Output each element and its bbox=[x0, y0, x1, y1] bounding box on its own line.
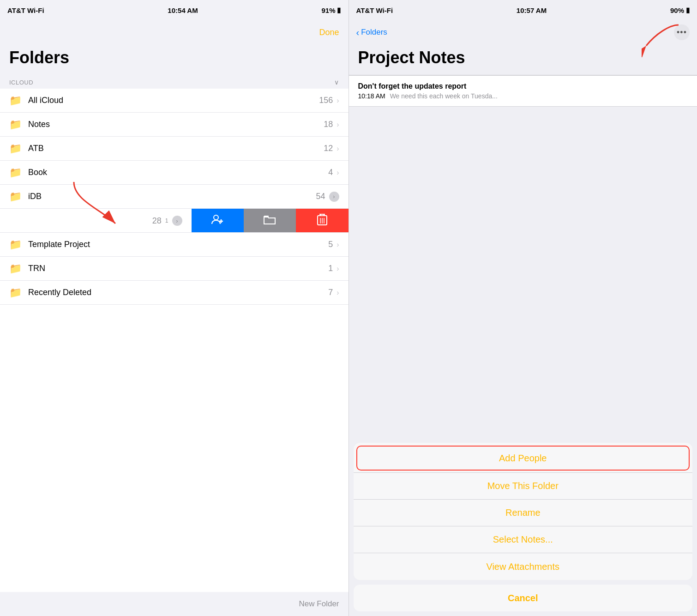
delete-swipe-button[interactable] bbox=[296, 209, 348, 233]
rename-label: Rename bbox=[505, 507, 541, 518]
folder-icon: 📁 bbox=[9, 191, 22, 203]
done-button[interactable]: Done bbox=[319, 28, 339, 37]
action-sheet-main: Add People Move This Folder Rename Selec… bbox=[354, 443, 693, 580]
folder-chevron-circle: › bbox=[172, 216, 182, 226]
carrier-left: AT&T Wi-Fi bbox=[7, 6, 44, 14]
battery-right: 90% ▮ bbox=[670, 6, 690, 14]
folder-name: iDB bbox=[28, 192, 316, 201]
folder-chevron: › bbox=[336, 289, 339, 297]
note-snippet: We need this each week on Tuesda... bbox=[390, 92, 498, 100]
folder-chevron-circle: › bbox=[329, 192, 339, 202]
folder-chevron: › bbox=[336, 241, 339, 249]
folder-move-icon bbox=[263, 214, 276, 228]
folder-count: 156 bbox=[319, 96, 333, 105]
new-folder-button[interactable]: New Folder bbox=[299, 599, 339, 609]
folder-name: MUO bbox=[0, 216, 152, 226]
folder-count: 28 bbox=[152, 216, 162, 226]
cancel-label: Cancel bbox=[508, 593, 538, 604]
trash-icon bbox=[317, 213, 327, 228]
folder-name: TRN bbox=[28, 264, 328, 273]
new-folder-bar: New Folder bbox=[0, 592, 348, 616]
folder-item-template-project[interactable]: 📁 Template Project 5 › bbox=[0, 233, 348, 257]
swipe-row-label: 1 bbox=[165, 217, 168, 224]
status-bar-left: AT&T Wi-Fi 10:54 AM 91% ▮ bbox=[0, 0, 348, 20]
folder-icon: 📁 bbox=[9, 119, 22, 131]
rename-action[interactable]: Rename bbox=[354, 500, 693, 526]
carrier-right: AT&T Wi-Fi bbox=[356, 6, 393, 14]
folder-item-idb[interactable]: 📁 iDB 54 › bbox=[0, 185, 348, 209]
folder-name: All iCloud bbox=[28, 96, 319, 105]
swipe-action-buttons bbox=[192, 209, 348, 233]
folder-item-atb[interactable]: 📁 ATB 12 › bbox=[0, 137, 348, 161]
folder-item-book[interactable]: 📁 Book 4 › bbox=[0, 161, 348, 185]
folder-count: 18 bbox=[324, 120, 333, 129]
note-meta: 10:18 AM We need this each week on Tuesd… bbox=[358, 92, 688, 100]
folder-item-muo[interactable]: 📁 MUO 28 1 › bbox=[0, 209, 348, 233]
select-notes-label: Select Notes... bbox=[493, 534, 553, 545]
move-this-folder-label: Move This Folder bbox=[487, 481, 559, 491]
time-right: 10:57 AM bbox=[517, 6, 547, 14]
back-label: Folders bbox=[361, 28, 387, 37]
folder-icon: 📁 bbox=[9, 167, 22, 179]
folder-item-notes[interactable]: 📁 Notes 18 › bbox=[0, 113, 348, 137]
folder-item-trn[interactable]: 📁 TRN 1 › bbox=[0, 257, 348, 281]
folder-name: Notes bbox=[28, 120, 324, 129]
folder-count: 12 bbox=[324, 144, 333, 153]
nav-bar-left: Done bbox=[0, 20, 348, 44]
move-folder-swipe-button[interactable] bbox=[244, 209, 296, 233]
folder-list: 📁 All iCloud 156 › 📁 Notes 18 › 📁 ATB 12… bbox=[0, 89, 348, 592]
add-people-label: Add People bbox=[499, 453, 547, 464]
folders-title: Folders bbox=[9, 48, 339, 67]
svg-point-0 bbox=[214, 215, 218, 220]
folder-name: Book bbox=[28, 168, 328, 177]
note-time: 10:18 AM bbox=[358, 92, 385, 100]
icloud-chevron[interactable]: ∨ bbox=[334, 79, 339, 86]
select-notes-action[interactable]: Select Notes... bbox=[354, 526, 693, 553]
battery-left: 91% ▮ bbox=[321, 6, 341, 14]
folder-chevron: › bbox=[336, 145, 339, 153]
folder-icon: 📁 bbox=[9, 287, 22, 299]
add-people-action[interactable]: Add People bbox=[356, 446, 690, 471]
right-panel: AT&T Wi-Fi 10:57 AM 90% ▮ ‹ Folders ••• … bbox=[349, 0, 697, 616]
view-attachments-action[interactable]: View Attachments bbox=[354, 553, 693, 580]
status-bar-right: AT&T Wi-Fi 10:57 AM 90% ▮ bbox=[349, 0, 697, 20]
nav-bar-right: ‹ Folders ••• bbox=[349, 20, 697, 44]
add-person-icon bbox=[211, 213, 224, 229]
folder-name: Template Project bbox=[28, 240, 328, 249]
folder-icon: 📁 bbox=[9, 95, 22, 107]
folder-chevron: › bbox=[336, 121, 339, 129]
folder-name: ATB bbox=[28, 144, 324, 153]
icloud-section-label: ICLOUD ∨ bbox=[0, 75, 348, 89]
folder-icon: 📁 bbox=[9, 143, 22, 155]
time-left: 10:54 AM bbox=[168, 6, 198, 14]
more-dots-icon: ••• bbox=[677, 28, 687, 37]
note-title: Don't forget the updates report bbox=[358, 82, 688, 91]
more-button[interactable]: ••• bbox=[674, 24, 690, 40]
folder-chevron: › bbox=[336, 265, 339, 273]
folder-icon: 📁 bbox=[9, 263, 22, 275]
folder-item-recently-deleted[interactable]: 📁 Recently Deleted 7 › bbox=[0, 281, 348, 305]
back-button[interactable]: ‹ Folders bbox=[356, 27, 387, 38]
cancel-action[interactable]: Cancel bbox=[354, 585, 693, 611]
left-panel: AT&T Wi-Fi 10:54 AM 91% ▮ Done Folders I… bbox=[0, 0, 348, 616]
folder-count: 1 bbox=[328, 264, 333, 273]
project-notes-title: Project Notes bbox=[358, 48, 688, 67]
note-preview[interactable]: Don't forget the updates report 10:18 AM… bbox=[349, 75, 697, 107]
action-sheet-cancel: Cancel bbox=[354, 585, 693, 611]
back-chevron-icon: ‹ bbox=[356, 27, 360, 38]
folder-count: 7 bbox=[328, 288, 333, 297]
muo-inner: 📁 MUO 28 1 › bbox=[0, 209, 192, 233]
page-title-right: Project Notes bbox=[349, 44, 697, 75]
add-people-swipe-button[interactable] bbox=[192, 209, 244, 233]
folder-count: 4 bbox=[328, 168, 333, 177]
page-title-left: Folders bbox=[0, 44, 348, 75]
folder-count: 54 bbox=[316, 192, 325, 201]
svg-rect-3 bbox=[264, 216, 269, 217]
folder-item-all-icloud[interactable]: 📁 All iCloud 156 › bbox=[0, 89, 348, 113]
folder-icon: 📁 bbox=[9, 239, 22, 251]
move-this-folder-action[interactable]: Move This Folder bbox=[354, 473, 693, 500]
folder-chevron: › bbox=[336, 97, 339, 105]
folder-name: Recently Deleted bbox=[28, 288, 328, 297]
view-attachments-label: View Attachments bbox=[486, 562, 559, 572]
action-sheet: Add People Move This Folder Rename Selec… bbox=[349, 443, 697, 616]
